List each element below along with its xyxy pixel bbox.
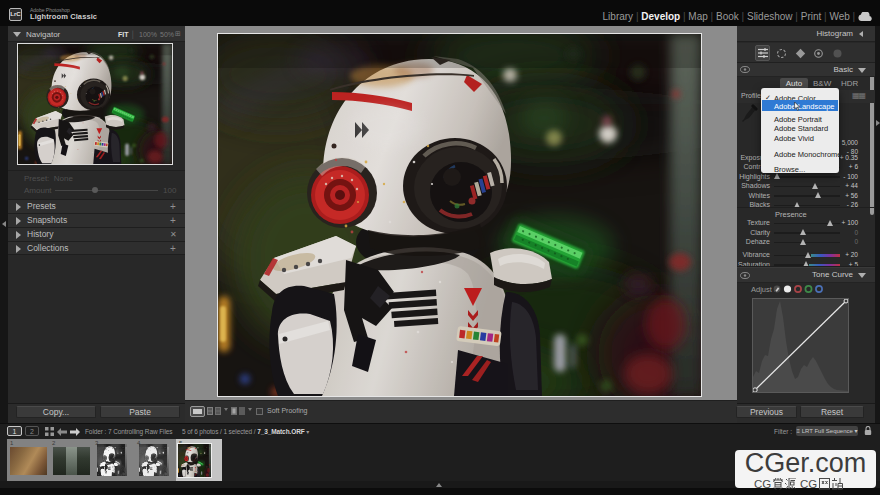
svg-text:CG: CG xyxy=(800,478,817,490)
svg-text:CG: CG xyxy=(754,478,771,490)
